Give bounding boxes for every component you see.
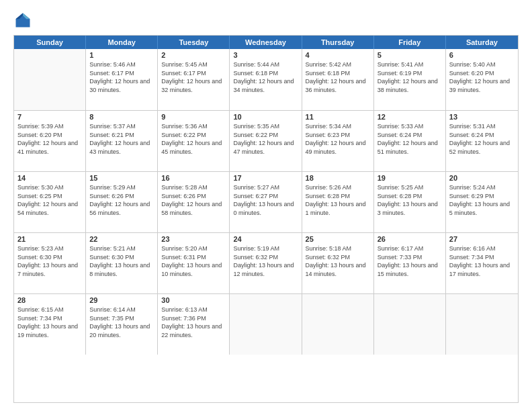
- day-number: 12: [378, 113, 442, 121]
- cell-info-line: Sunset: 6:26 PM: [89, 192, 154, 201]
- day-number: 30: [161, 296, 226, 304]
- cell-info-line: Sunrise: 5:41 AM: [378, 60, 442, 69]
- cell-info-line: Sunrise: 6:14 AM: [89, 306, 154, 314]
- cell-info-line: Sunrise: 6:17 AM: [378, 244, 442, 253]
- cell-info-line: Sunrise: 5:46 AM: [89, 60, 154, 69]
- calendar-cell: [14, 49, 86, 110]
- cell-info-line: Sunset: 6:30 PM: [89, 253, 154, 262]
- cell-info-line: Sunrise: 5:37 AM: [89, 122, 154, 131]
- cell-info-line: Sunrise: 5:27 AM: [233, 183, 298, 192]
- calendar-cell: 4Sunrise: 5:42 AMSunset: 6:18 PMDaylight…: [302, 49, 374, 110]
- header-day-tuesday: Tuesday: [158, 36, 230, 49]
- calendar-cell: 28Sunrise: 6:15 AMSunset: 7:34 PMDayligh…: [14, 294, 86, 355]
- cell-info-line: Sunrise: 5:36 AM: [161, 122, 226, 131]
- cell-info-line: Sunset: 6:30 PM: [17, 253, 82, 262]
- cell-info-line: Sunset: 7:34 PM: [17, 314, 82, 323]
- day-number: 7: [17, 113, 82, 121]
- cell-info-line: Sunrise: 6:13 AM: [161, 306, 226, 314]
- cell-info-line: Sunrise: 5:31 AM: [449, 122, 515, 131]
- cell-info-line: Daylight: 12 hours and 58 minutes.: [161, 200, 226, 217]
- calendar-cell: 17Sunrise: 5:27 AMSunset: 6:27 PMDayligh…: [230, 172, 302, 232]
- day-number: 4: [306, 51, 370, 59]
- calendar-header: SundayMondayTuesdayWednesdayThursdayFrid…: [14, 36, 518, 49]
- cell-info-line: Daylight: 13 hours and 20 minutes.: [89, 322, 154, 339]
- cell-info-line: Daylight: 12 hours and 56 minutes.: [89, 200, 154, 217]
- calendar-cell: 10Sunrise: 5:35 AMSunset: 6:22 PMDayligh…: [230, 111, 302, 171]
- cell-info-line: Sunset: 6:32 PM: [233, 253, 298, 262]
- day-number: 29: [89, 296, 154, 304]
- cell-info-line: Sunrise: 5:26 AM: [306, 183, 370, 192]
- calendar-cell: 22Sunrise: 5:21 AMSunset: 6:30 PMDayligh…: [86, 233, 158, 293]
- calendar-cell: 19Sunrise: 5:25 AMSunset: 6:28 PMDayligh…: [374, 172, 446, 232]
- cell-info-line: Sunrise: 5:33 AM: [378, 122, 442, 131]
- page: SundayMondayTuesdayWednesdayThursdayFrid…: [0, 0, 532, 411]
- cell-info-line: Daylight: 13 hours and 3 minutes.: [378, 200, 442, 217]
- day-number: 21: [17, 235, 82, 243]
- cell-info-line: Sunrise: 5:21 AM: [89, 244, 154, 253]
- cell-info-line: Sunrise: 5:18 AM: [306, 244, 370, 253]
- day-number: 8: [89, 113, 154, 121]
- header: [13, 11, 519, 30]
- calendar-cell: 30Sunrise: 6:13 AMSunset: 7:36 PMDayligh…: [158, 294, 230, 355]
- day-number: 1: [89, 51, 154, 59]
- cell-info-line: Sunrise: 5:44 AM: [233, 60, 298, 69]
- calendar-week-3: 14Sunrise: 5:30 AMSunset: 6:25 PMDayligh…: [14, 171, 518, 232]
- calendar-cell: 20Sunrise: 5:24 AMSunset: 6:29 PMDayligh…: [446, 172, 518, 232]
- cell-info-line: Daylight: 12 hours and 51 minutes.: [378, 139, 442, 156]
- cell-info-line: Sunrise: 5:30 AM: [17, 183, 82, 192]
- day-number: 2: [161, 51, 226, 59]
- calendar-cell: [302, 294, 374, 355]
- cell-info-line: Sunset: 7:36 PM: [161, 314, 226, 323]
- cell-info-line: Daylight: 12 hours and 54 minutes.: [17, 200, 82, 217]
- cell-info-line: Sunrise: 5:40 AM: [449, 60, 515, 69]
- cell-info-line: Sunset: 6:19 PM: [378, 69, 442, 78]
- calendar-cell: 11Sunrise: 5:34 AMSunset: 6:23 PMDayligh…: [302, 111, 374, 171]
- day-number: 18: [306, 174, 370, 182]
- header-day-saturday: Saturday: [446, 36, 518, 49]
- cell-info-line: Sunrise: 5:45 AM: [161, 60, 226, 69]
- cell-info-line: Sunset: 6:28 PM: [378, 192, 442, 201]
- cell-info-line: Sunrise: 5:42 AM: [306, 60, 370, 69]
- calendar-cell: 6Sunrise: 5:40 AMSunset: 6:20 PMDaylight…: [446, 49, 518, 110]
- logo-icon: [13, 11, 32, 30]
- calendar-cell: 1Sunrise: 5:46 AMSunset: 6:17 PMDaylight…: [86, 49, 158, 110]
- calendar-cell: 21Sunrise: 5:23 AMSunset: 6:30 PMDayligh…: [14, 233, 86, 293]
- cell-info-line: Daylight: 12 hours and 52 minutes.: [449, 139, 515, 156]
- cell-info-line: Sunset: 6:17 PM: [161, 69, 226, 78]
- cell-info-line: Sunrise: 5:34 AM: [306, 122, 370, 131]
- header-day-sunday: Sunday: [14, 36, 86, 49]
- day-number: 26: [378, 235, 442, 243]
- calendar-cell: [374, 294, 446, 355]
- day-number: 10: [233, 113, 298, 121]
- calendar-cell: 9Sunrise: 5:36 AMSunset: 6:22 PMDaylight…: [158, 111, 230, 171]
- calendar-cell: [230, 294, 302, 355]
- cell-info-line: Sunset: 6:27 PM: [233, 192, 298, 201]
- day-number: 13: [449, 113, 515, 121]
- calendar-cell: 13Sunrise: 5:31 AMSunset: 6:24 PMDayligh…: [446, 111, 518, 171]
- day-number: 24: [233, 235, 298, 243]
- cell-info-line: Sunset: 6:32 PM: [306, 253, 370, 262]
- cell-info-line: Daylight: 12 hours and 34 minutes.: [233, 77, 298, 94]
- header-day-thursday: Thursday: [302, 36, 374, 49]
- calendar-cell: 23Sunrise: 5:20 AMSunset: 6:31 PMDayligh…: [158, 233, 230, 293]
- day-number: 22: [89, 235, 154, 243]
- cell-info-line: Sunset: 6:24 PM: [378, 131, 442, 140]
- cell-info-line: Sunset: 6:22 PM: [161, 131, 226, 140]
- cell-info-line: Sunset: 6:20 PM: [449, 69, 515, 78]
- cell-info-line: Daylight: 12 hours and 41 minutes.: [17, 139, 82, 156]
- cell-info-line: Sunrise: 6:15 AM: [17, 306, 82, 314]
- logo: [13, 11, 35, 30]
- cell-info-line: Sunset: 6:31 PM: [161, 253, 226, 262]
- calendar-cell: 3Sunrise: 5:44 AMSunset: 6:18 PMDaylight…: [230, 49, 302, 110]
- cell-info-line: Daylight: 13 hours and 12 minutes.: [233, 261, 298, 278]
- cell-info-line: Daylight: 13 hours and 22 minutes.: [161, 322, 226, 339]
- calendar-cell: 25Sunrise: 5:18 AMSunset: 6:32 PMDayligh…: [302, 233, 374, 293]
- day-number: 14: [17, 174, 82, 182]
- day-number: 6: [449, 51, 515, 59]
- cell-info-line: Sunset: 6:22 PM: [233, 131, 298, 140]
- cell-info-line: Daylight: 12 hours and 47 minutes.: [233, 139, 298, 156]
- cell-info-line: Sunset: 7:33 PM: [378, 253, 442, 262]
- cell-info-line: Sunset: 6:17 PM: [89, 69, 154, 78]
- day-number: 19: [378, 174, 442, 182]
- cell-info-line: Daylight: 12 hours and 30 minutes.: [89, 77, 154, 94]
